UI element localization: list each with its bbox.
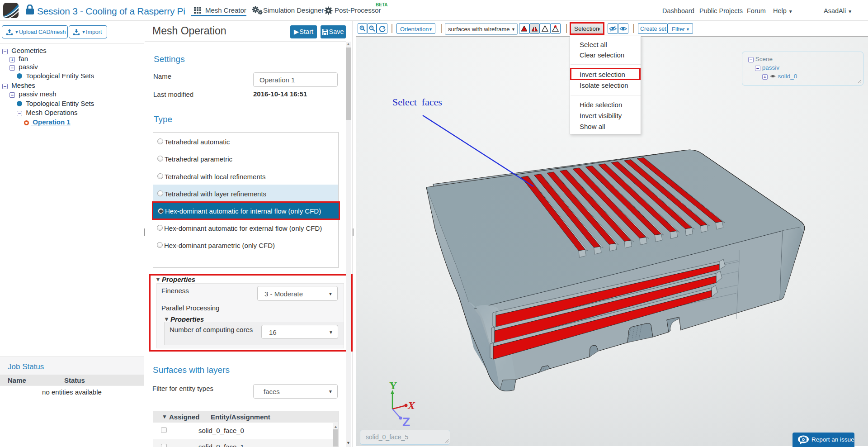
- svg-text:X: X: [407, 399, 415, 411]
- svg-text:Z: Z: [402, 415, 410, 429]
- svg-text:Y: Y: [389, 380, 397, 391]
